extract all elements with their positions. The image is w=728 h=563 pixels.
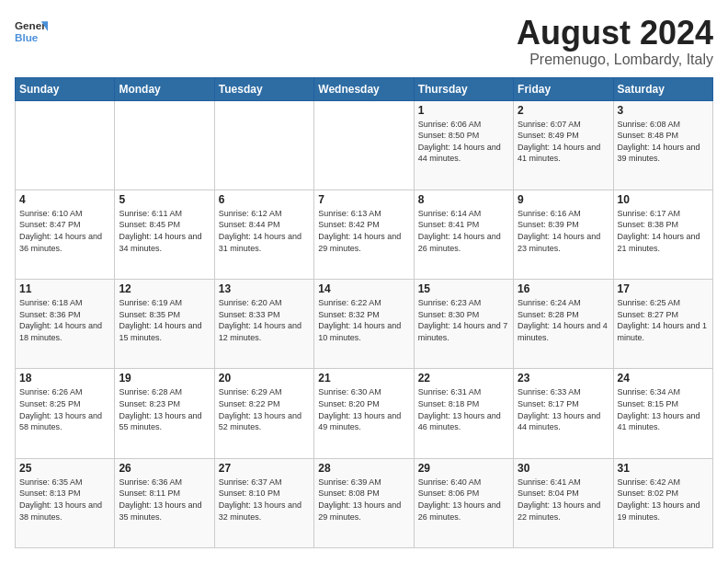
calendar-cell: 11Sunrise: 6:18 AM Sunset: 8:36 PM Dayli… xyxy=(16,280,115,369)
day-info: Sunrise: 6:06 AM Sunset: 8:50 PM Dayligh… xyxy=(418,119,509,165)
day-info: Sunrise: 6:33 AM Sunset: 8:17 PM Dayligh… xyxy=(518,386,609,432)
day-number: 1 xyxy=(418,104,509,117)
header: General Blue August 2024 Premenugo, Lomb… xyxy=(15,15,713,68)
calendar-cell: 1Sunrise: 6:06 AM Sunset: 8:50 PM Daylig… xyxy=(414,100,513,190)
day-number: 19 xyxy=(119,372,210,385)
day-number: 16 xyxy=(518,282,609,295)
day-info: Sunrise: 6:25 AM Sunset: 8:27 PM Dayligh… xyxy=(618,297,709,343)
day-info: Sunrise: 6:14 AM Sunset: 8:41 PM Dayligh… xyxy=(418,208,509,254)
day-number: 27 xyxy=(219,462,310,475)
week-row-1: 4Sunrise: 6:10 AM Sunset: 8:47 PM Daylig… xyxy=(16,190,713,279)
day-info: Sunrise: 6:26 AM Sunset: 8:25 PM Dayligh… xyxy=(19,386,110,432)
day-number: 2 xyxy=(518,104,609,117)
day-number: 20 xyxy=(219,372,310,385)
day-info: Sunrise: 6:07 AM Sunset: 8:49 PM Dayligh… xyxy=(518,119,609,165)
calendar-cell xyxy=(314,100,414,190)
calendar-cell: 10Sunrise: 6:17 AM Sunset: 8:38 PM Dayli… xyxy=(613,190,712,279)
day-number: 5 xyxy=(119,193,210,206)
svg-text:Blue: Blue xyxy=(15,31,39,43)
header-row: Sunday Monday Tuesday Wednesday Thursday… xyxy=(16,77,713,100)
calendar-cell: 5Sunrise: 6:11 AM Sunset: 8:45 PM Daylig… xyxy=(115,190,214,279)
day-info: Sunrise: 6:17 AM Sunset: 8:38 PM Dayligh… xyxy=(618,208,709,254)
calendar-cell: 27Sunrise: 6:37 AM Sunset: 8:10 PM Dayli… xyxy=(214,458,313,547)
calendar-cell: 31Sunrise: 6:42 AM Sunset: 8:02 PM Dayli… xyxy=(613,458,712,547)
day-info: Sunrise: 6:39 AM Sunset: 8:08 PM Dayligh… xyxy=(318,477,409,523)
day-info: Sunrise: 6:36 AM Sunset: 8:11 PM Dayligh… xyxy=(119,477,210,523)
day-info: Sunrise: 6:16 AM Sunset: 8:39 PM Dayligh… xyxy=(518,208,609,254)
calendar-table: Sunday Monday Tuesday Wednesday Thursday… xyxy=(15,77,713,548)
day-number: 26 xyxy=(119,462,210,475)
day-number: 22 xyxy=(418,372,509,385)
page: General Blue August 2024 Premenugo, Lomb… xyxy=(0,0,728,563)
day-info: Sunrise: 6:42 AM Sunset: 8:02 PM Dayligh… xyxy=(618,477,709,523)
calendar-header: Sunday Monday Tuesday Wednesday Thursday… xyxy=(16,77,713,100)
week-row-3: 18Sunrise: 6:26 AM Sunset: 8:25 PM Dayli… xyxy=(16,369,713,458)
header-monday: Monday xyxy=(115,77,214,100)
calendar-cell: 30Sunrise: 6:41 AM Sunset: 8:04 PM Dayli… xyxy=(514,458,613,547)
day-info: Sunrise: 6:30 AM Sunset: 8:20 PM Dayligh… xyxy=(318,386,409,432)
calendar-cell: 18Sunrise: 6:26 AM Sunset: 8:25 PM Dayli… xyxy=(16,369,115,458)
day-info: Sunrise: 6:28 AM Sunset: 8:23 PM Dayligh… xyxy=(119,386,210,432)
calendar-cell xyxy=(115,100,214,190)
day-number: 10 xyxy=(618,193,709,206)
day-number: 24 xyxy=(618,372,709,385)
week-row-0: 1Sunrise: 6:06 AM Sunset: 8:50 PM Daylig… xyxy=(16,100,713,190)
calendar-cell: 25Sunrise: 6:35 AM Sunset: 8:13 PM Dayli… xyxy=(16,458,115,547)
calendar-cell: 17Sunrise: 6:25 AM Sunset: 8:27 PM Dayli… xyxy=(613,280,712,369)
day-number: 4 xyxy=(19,193,110,206)
day-number: 13 xyxy=(219,282,310,295)
day-info: Sunrise: 6:19 AM Sunset: 8:35 PM Dayligh… xyxy=(119,297,210,343)
calendar-cell: 13Sunrise: 6:20 AM Sunset: 8:33 PM Dayli… xyxy=(214,280,313,369)
subtitle: Premenugo, Lombardy, Italy xyxy=(517,52,713,68)
calendar-cell: 19Sunrise: 6:28 AM Sunset: 8:23 PM Dayli… xyxy=(115,369,214,458)
calendar-cell xyxy=(214,100,313,190)
calendar-cell: 16Sunrise: 6:24 AM Sunset: 8:28 PM Dayli… xyxy=(514,280,613,369)
day-info: Sunrise: 6:12 AM Sunset: 8:44 PM Dayligh… xyxy=(219,208,310,254)
header-wednesday: Wednesday xyxy=(314,77,414,100)
calendar-cell: 20Sunrise: 6:29 AM Sunset: 8:22 PM Dayli… xyxy=(214,369,313,458)
calendar-cell: 23Sunrise: 6:33 AM Sunset: 8:17 PM Dayli… xyxy=(514,369,613,458)
calendar-cell: 9Sunrise: 6:16 AM Sunset: 8:39 PM Daylig… xyxy=(514,190,613,279)
header-thursday: Thursday xyxy=(414,77,513,100)
day-info: Sunrise: 6:10 AM Sunset: 8:47 PM Dayligh… xyxy=(19,208,110,254)
main-title: August 2024 xyxy=(517,15,713,52)
header-sunday: Sunday xyxy=(16,77,115,100)
calendar-cell: 2Sunrise: 6:07 AM Sunset: 8:49 PM Daylig… xyxy=(514,100,613,190)
logo: General Blue xyxy=(15,15,48,48)
day-number: 17 xyxy=(618,282,709,295)
calendar-cell: 15Sunrise: 6:23 AM Sunset: 8:30 PM Dayli… xyxy=(414,280,513,369)
day-number: 11 xyxy=(19,282,110,295)
calendar-cell: 14Sunrise: 6:22 AM Sunset: 8:32 PM Dayli… xyxy=(314,280,414,369)
day-info: Sunrise: 6:22 AM Sunset: 8:32 PM Dayligh… xyxy=(318,297,409,343)
day-number: 6 xyxy=(219,193,310,206)
calendar-cell: 6Sunrise: 6:12 AM Sunset: 8:44 PM Daylig… xyxy=(214,190,313,279)
day-info: Sunrise: 6:13 AM Sunset: 8:42 PM Dayligh… xyxy=(318,208,409,254)
calendar-cell: 24Sunrise: 6:34 AM Sunset: 8:15 PM Dayli… xyxy=(613,369,712,458)
calendar-cell: 7Sunrise: 6:13 AM Sunset: 8:42 PM Daylig… xyxy=(314,190,414,279)
day-info: Sunrise: 6:37 AM Sunset: 8:10 PM Dayligh… xyxy=(219,477,310,523)
day-number: 25 xyxy=(19,462,110,475)
day-info: Sunrise: 6:18 AM Sunset: 8:36 PM Dayligh… xyxy=(19,297,110,343)
day-info: Sunrise: 6:31 AM Sunset: 8:18 PM Dayligh… xyxy=(418,386,509,432)
day-number: 29 xyxy=(418,462,509,475)
header-tuesday: Tuesday xyxy=(214,77,313,100)
day-info: Sunrise: 6:08 AM Sunset: 8:48 PM Dayligh… xyxy=(618,119,709,165)
calendar-cell: 29Sunrise: 6:40 AM Sunset: 8:06 PM Dayli… xyxy=(414,458,513,547)
calendar-cell: 28Sunrise: 6:39 AM Sunset: 8:08 PM Dayli… xyxy=(314,458,414,547)
day-info: Sunrise: 6:34 AM Sunset: 8:15 PM Dayligh… xyxy=(618,386,709,432)
day-info: Sunrise: 6:40 AM Sunset: 8:06 PM Dayligh… xyxy=(418,477,509,523)
day-info: Sunrise: 6:23 AM Sunset: 8:30 PM Dayligh… xyxy=(418,297,509,343)
day-number: 23 xyxy=(518,372,609,385)
day-number: 18 xyxy=(19,372,110,385)
day-number: 7 xyxy=(318,193,409,206)
calendar-cell: 12Sunrise: 6:19 AM Sunset: 8:35 PM Dayli… xyxy=(115,280,214,369)
calendar-cell: 22Sunrise: 6:31 AM Sunset: 8:18 PM Dayli… xyxy=(414,369,513,458)
calendar-body: 1Sunrise: 6:06 AM Sunset: 8:50 PM Daylig… xyxy=(16,100,713,547)
calendar-cell: 26Sunrise: 6:36 AM Sunset: 8:11 PM Dayli… xyxy=(115,458,214,547)
day-info: Sunrise: 6:35 AM Sunset: 8:13 PM Dayligh… xyxy=(19,477,110,523)
day-number: 31 xyxy=(618,462,709,475)
svg-text:General: General xyxy=(15,19,48,31)
day-number: 9 xyxy=(518,193,609,206)
day-number: 28 xyxy=(318,462,409,475)
logo-icon: General Blue xyxy=(15,15,48,48)
